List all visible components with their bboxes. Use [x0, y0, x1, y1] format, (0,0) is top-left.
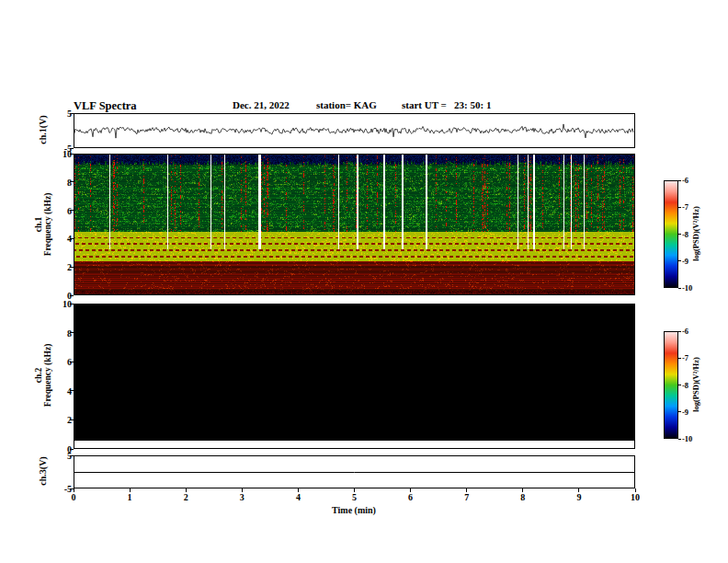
y-tick-label: 2 — [46, 415, 72, 425]
y-tick-label: 2 — [46, 262, 72, 272]
colorbar-tick-label: -7 — [682, 202, 688, 212]
ylabel-ch1-channel: ch.1 — [34, 193, 43, 257]
y-tick-label: 4 — [46, 234, 72, 244]
y-tick-label: -5 — [46, 484, 72, 494]
figure: VLF Spectra Dec. 21, 2022 station= KAG s… — [0, 0, 728, 563]
x-tick-mark — [298, 488, 299, 492]
y-tick-mark — [70, 449, 74, 450]
colorbar-tick-mark — [678, 331, 681, 332]
y-tick-label: 10 — [46, 299, 72, 309]
panel-ch2-spectrogram — [74, 304, 635, 449]
colorbar1-label: log(PSD)(V²/Hz) — [691, 206, 700, 261]
x-tick-label: 3 — [240, 492, 245, 502]
panel-ch3-waveform — [74, 455, 635, 488]
ylabel-ch1-frequency: ch.1 Frequency (kHz) — [34, 193, 52, 257]
x-tick-mark — [130, 488, 131, 492]
panel-ch1-spectrogram — [74, 154, 635, 295]
y-tick-mark — [70, 419, 74, 420]
x-tick-mark — [635, 488, 636, 492]
x-tick-mark — [578, 488, 579, 492]
x-tick-mark — [74, 488, 74, 492]
x-tick-mark — [522, 488, 523, 492]
y-tick-label: 4 — [46, 385, 72, 396]
panel-ch1-waveform — [74, 113, 635, 148]
colorbar-tick-mark — [678, 288, 681, 289]
colorbar-tick-mark — [678, 180, 681, 181]
x-tick-mark — [186, 488, 187, 492]
colorbar-tick-mark — [678, 385, 681, 385]
colorbar-tick-mark — [678, 234, 681, 235]
y-tick-mark — [70, 332, 74, 333]
ylabel-ch1-frequency-text: Frequency (kHz) — [43, 193, 52, 257]
y-tick-mark — [70, 455, 74, 456]
colorbar-tick-label: -6 — [682, 327, 688, 336]
y-tick-mark — [70, 113, 74, 114]
x-tick-mark — [354, 488, 355, 492]
y-tick-mark — [70, 362, 74, 362]
colorbar-tick-label: -10 — [682, 434, 692, 443]
colorbar-ch1 — [664, 180, 678, 288]
x-tick-mark — [410, 488, 411, 492]
xaxis-label: Time (min) — [332, 505, 376, 515]
ylabel-ch3-voltage: ch.3(V) — [38, 456, 48, 485]
colorbar-tick-label: -8 — [682, 230, 688, 239]
ylabel-ch2-channel: ch.2 — [34, 344, 43, 408]
x-tick-label: 2 — [184, 492, 188, 502]
colorbar-tick-mark — [678, 358, 681, 359]
x-tick-label: 10 — [631, 492, 640, 502]
header-station: station= KAG — [316, 99, 377, 110]
x-tick-mark — [466, 488, 467, 492]
figure-title: VLF Spectra — [74, 99, 137, 113]
x-tick-label: 8 — [520, 492, 525, 502]
y-tick-mark — [70, 238, 74, 239]
colorbar-ch2 — [664, 331, 678, 439]
ch2-spectrogram-canvas — [74, 304, 634, 448]
colorbar-tick-label: -9 — [682, 257, 688, 266]
header-start-ut: start UT = 23: 50: 1 — [402, 99, 491, 110]
y-tick-mark — [70, 154, 74, 155]
x-tick-label: 7 — [464, 492, 469, 502]
y-tick-label: 8 — [46, 327, 72, 338]
y-tick-mark — [70, 210, 74, 211]
y-tick-mark — [70, 304, 74, 304]
x-tick-mark — [242, 488, 243, 492]
y-tick-mark — [70, 390, 74, 391]
y-tick-mark — [70, 181, 74, 182]
y-tick-label: 6 — [46, 205, 72, 215]
y-tick-mark — [70, 267, 74, 268]
colorbar-tick-label: -10 — [682, 283, 692, 293]
x-tick-label: 9 — [576, 492, 581, 502]
y-tick-mark — [70, 295, 74, 296]
ylabel-ch2-frequency-text: Frequency (kHz) — [43, 344, 52, 408]
header-date: Dec. 21, 2022 — [233, 99, 290, 110]
colorbar-tick-label: -9 — [682, 408, 688, 417]
x-tick-label: 0 — [72, 492, 76, 502]
x-tick-label: 6 — [408, 492, 413, 502]
y-tick-label: 8 — [46, 177, 72, 187]
y-tick-label: 5 — [46, 451, 72, 461]
y-tick-label: 5 — [46, 109, 72, 119]
ylabel-ch2-frequency: ch.2 Frequency (kHz) — [34, 344, 52, 408]
y-tick-label: 6 — [46, 357, 72, 367]
colorbar2-label: log(PSD)(V²/Hz) — [691, 357, 700, 412]
colorbar-tick-label: -6 — [682, 176, 688, 185]
colorbar-tick-mark — [678, 260, 681, 261]
colorbar-tick-label: -8 — [682, 381, 688, 390]
colorbar-tick-mark — [678, 411, 681, 412]
ylabel-ch1-voltage: ch.1(V) — [38, 115, 48, 144]
colorbar-tick-label: -7 — [682, 353, 688, 362]
ch1-spectrogram-canvas — [74, 155, 634, 294]
colorbar-tick-mark — [678, 207, 681, 208]
y-tick-label: 10 — [46, 149, 72, 159]
ch3-waveform-canvas — [74, 456, 634, 488]
x-tick-label: 5 — [352, 492, 357, 502]
ch1-waveform-canvas — [74, 114, 634, 147]
x-tick-label: 4 — [296, 492, 301, 502]
colorbar-tick-mark — [678, 439, 681, 440]
x-tick-label: 1 — [128, 492, 132, 502]
